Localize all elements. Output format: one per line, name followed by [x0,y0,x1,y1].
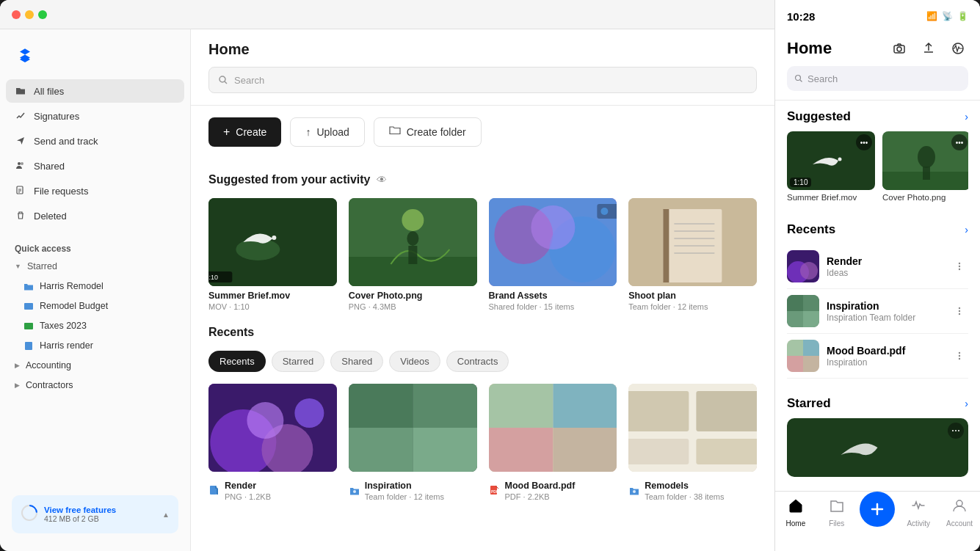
wifi-icon: 📡 [942,11,953,21]
starred-item-remodel-budget[interactable]: Remodel Budget [6,296,184,315]
suggested-grid: 1:10 Summer Brief.mov MOV · 1:10 [208,198,757,311]
mobile-recent-render[interactable]: Render Ideas [787,244,968,289]
mobile-starred-section: Starred › [775,387,980,486]
starred-item-harris-render[interactable]: Harris render [6,336,184,355]
mobile-suggested-more[interactable]: › [965,111,968,123]
activity-button[interactable] [948,38,968,59]
render-more-button[interactable] [951,258,968,275]
starred-item-taxes-2023[interactable]: Taxes 2023 [6,316,184,335]
svg-rect-42 [349,428,413,472]
create-button[interactable]: + Create [208,117,281,147]
svg-rect-3 [24,303,33,310]
spreadsheet-green-icon [23,321,34,331]
svg-point-96 [958,430,959,431]
upload-icon: ↑ [305,126,311,138]
mobile-starred-more[interactable]: › [965,398,968,409]
sidebar-item-signatures[interactable]: Signatures [6,104,184,128]
sidebar-item-deleted[interactable]: Deleted [6,204,184,227]
shoot-plan-meta: Team folder · 12 items [628,302,757,311]
home-nav-label: Home [786,519,806,528]
inspiration-more-button[interactable] [951,302,968,320]
traffic-lights [12,10,47,19]
tab-recents[interactable]: Recents [208,351,266,372]
accounting-collapse[interactable]: ▶ Accounting [6,356,184,375]
mobile-recent-mood-board[interactable]: Mood Board.pdf Inspiration [787,334,968,379]
recents-tabs: Recents Starred Shared Videos Contracts [208,351,757,372]
recent-item-inspiration[interactable]: Inspiration Team folder · 12 items [349,384,477,501]
summer-brief-more-btn[interactable]: ••• [856,134,872,150]
svg-point-59 [897,47,901,51]
sidebar-item-send-track[interactable]: Send and track [6,129,184,153]
render-thumb [208,384,337,472]
nav-files[interactable]: Files [816,497,857,528]
recents-section-header: Recents [208,326,757,339]
starred-preview-more[interactable] [948,423,964,439]
tab-shared[interactable]: Shared [330,351,383,372]
recent-item-render[interactable]: Render PNG · 1.2KB [208,384,337,501]
svg-point-11 [272,236,276,240]
mobile-search-bar[interactable]: Search [787,66,968,91]
camera-button[interactable] [889,38,910,59]
sidebar-item-file-requests[interactable]: File requests [6,179,184,202]
contractors-collapse[interactable]: ▶ Contractors [6,376,184,395]
suggested-item-brand-assets[interactable]: Brand Assets Shared folder · 15 items [489,198,617,311]
mobile-search-icon [794,74,803,83]
close-button[interactable] [12,10,21,19]
svg-rect-80 [787,311,803,327]
tab-starred[interactable]: Starred [272,351,325,372]
upload-button[interactable]: ↑ Upload [290,117,364,147]
mobile-recents-more[interactable]: › [965,224,968,236]
mobile-inspiration-sub: Inspiration Team folder [827,313,943,323]
title-bar [0,0,774,29]
starred-preview[interactable] [787,418,968,477]
starred-collapse[interactable]: ▼ Starred [6,257,184,276]
mobile-item-summer-brief[interactable]: ••• 1:10 Summer Brief.mov [787,131,875,202]
recents-title: Recents [208,326,254,339]
svg-point-0 [18,162,21,165]
nav-activity[interactable]: Activity [898,497,939,528]
starred-item-harris-remodel[interactable]: Harris Remodel [6,277,184,296]
svg-rect-79 [803,295,819,311]
nav-home[interactable]: Home [775,497,816,528]
sidebar-item-shared[interactable]: Shared [6,154,184,178]
tab-contracts[interactable]: Contracts [446,351,509,372]
maximize-button[interactable] [38,10,47,19]
fab-button[interactable] [860,492,895,527]
brand-assets-thumb [489,198,617,286]
mood-board-more-button[interactable] [951,347,968,365]
brand-assets-meta: Shared folder · 15 items [489,302,617,311]
svg-rect-18 [408,246,417,264]
upgrade-banner[interactable]: View free features 412 MB of 2 GB ▲ [12,495,178,533]
search-bar[interactable]: Search [208,67,757,93]
suggested-item-shoot-plan[interactable]: Shoot plan Team folder · 12 items [628,198,757,311]
svg-point-61 [796,76,801,81]
upgrade-sub: 412 MB of 2 GB [44,514,116,523]
upload-mobile-button[interactable] [918,38,939,59]
inspiration-name: Inspiration [365,481,444,491]
svg-point-94 [952,430,954,431]
svg-point-91 [959,355,960,357]
svg-point-16 [402,209,424,231]
svg-point-74 [959,263,960,264]
folder-blue-icon [23,281,34,291]
cover-photo-more-btn[interactable]: ••• [951,134,968,150]
suggested-item-cover-photo[interactable]: Cover Photo.png PNG · 4.3MB [349,198,477,311]
create-folder-button[interactable]: Create folder [374,117,482,147]
suggested-item-summer-brief[interactable]: 1:10 Summer Brief.mov MOV · 1:10 [208,198,337,311]
tab-videos[interactable]: Videos [389,351,440,372]
file-blue-icon [23,340,34,351]
mobile-recent-inspiration[interactable]: Inspiration Inspiration Team folder [787,289,968,334]
svg-point-36 [247,402,283,439]
mobile-render-name: Render [827,255,943,267]
recent-item-remodels[interactable]: Remodels Team folder · 38 items [628,384,757,501]
minimize-button[interactable] [25,10,34,19]
nav-account[interactable]: Account [939,497,980,528]
inspiration-meta: Team folder · 12 items [365,492,444,501]
mobile-item-cover-photo[interactable]: ••• Cover Photo.png [882,131,968,202]
shoot-plan-thumb [628,198,757,286]
remodels-name: Remodels [645,481,724,491]
recent-item-mood-board[interactable]: PDF Mood Board.pdf PDF · 2.2KB [489,384,617,501]
signatures-icon [15,110,26,122]
battery-icon: 🔋 [957,11,968,21]
sidebar-item-all-files[interactable]: All files [6,79,184,103]
